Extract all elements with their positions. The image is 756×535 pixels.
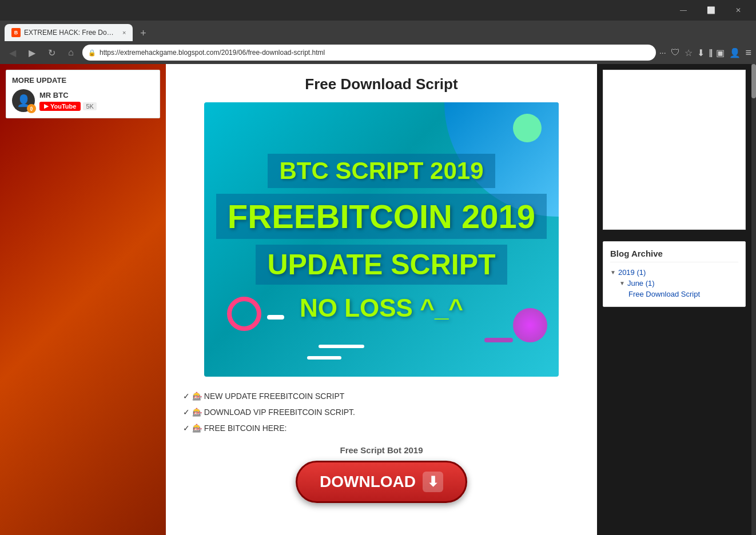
right-scrollbar[interactable] [751,64,756,535]
address-bar[interactable]: 🔒 https://extremehackgame.blogspot.com/2… [82,45,656,61]
lock-icon: 🔒 [88,49,96,57]
left-sidebar: MORE UPDATE 👤 ₿ MR BTC ▶ YouTube 5K [0,64,166,535]
youtube-play-icon: ▶ [44,103,49,109]
hero-text-freebitcoin: FREEBITCOIN 2019 [216,194,547,239]
minimize-button[interactable]: — [670,1,697,19]
home-button[interactable]: ⌂ [63,45,79,61]
address-text: https://extremehackgame.blogspot.com/201… [100,49,650,57]
window-controls: — ⬜ ✕ [670,1,751,19]
back-button[interactable]: ◀ [5,45,21,61]
new-tab-button[interactable]: + [135,25,151,41]
bullet-2: ✓ 🎰 DOWNLOAD VIP FREEBITCOIN SCRIPT. [183,404,580,420]
account-icon[interactable]: 👤 [729,47,741,58]
nav-right-icons: ··· 🛡 ☆ ⬇ ||| ▣ 👤 ≡ [659,47,751,59]
content-bullets: ✓ 🎰 NEW UPDATE FREEBITCOIN SCRIPT ✓ 🎰 DO… [183,388,580,436]
bullet-3: ✓ 🎰 FREE BITCOIN HERE: [183,420,580,436]
hero-text-noloss: NO LOSS ^_^ [288,290,475,326]
shield-button[interactable]: 🛡 [671,47,680,58]
author-name: MR BTC [39,91,97,99]
tab-bar: B EXTREME HACK: Free Downloa... × + [0,21,756,41]
hero-circle-decoration [513,114,542,142]
archive-year[interactable]: ▼ 2019 (1) [610,268,738,277]
hero-minus2-decoration [484,338,513,342]
download-arrow-icon: ⬇ [423,472,443,492]
author-avatar: 👤 ₿ [12,89,35,112]
close-button[interactable]: ✕ [725,1,751,19]
hero-circle2-decoration [513,308,547,342]
blog-archive-title: Blog Archive [610,249,738,262]
right-sidebar: Blog Archive ▼ 2019 (1) ▼ June (1) Free … [597,64,751,535]
hero-line2-decoration [319,345,364,348]
ad-box [603,70,746,230]
year-triangle-icon: ▼ [610,269,616,276]
blog-archive-box: Blog Archive ▼ 2019 (1) ▼ June (1) Free … [603,241,746,307]
hero-text-update: UPDATE SCRIPT [256,245,507,285]
bookmark-button[interactable]: ☆ [685,47,693,58]
browser-chrome: — ⬜ ✕ B EXTREME HACK: Free Downloa... × … [0,0,756,64]
page-layout: MORE UPDATE 👤 ₿ MR BTC ▶ YouTube 5K [0,64,756,535]
forward-button[interactable]: ▶ [24,45,40,61]
archive-month-label: June (1) [627,279,655,288]
archive-post[interactable]: Free Download Script [628,290,738,298]
author-info: MR BTC ▶ YouTube 5K [39,91,97,111]
hero-image: BTC SCRIPT 2019 FREEBITCOIN 2019 UPDATE … [204,102,559,377]
tab-favicon: B [11,28,21,37]
hero-line1-decoration [307,356,341,360]
title-bar: — ⬜ ✕ [0,0,756,21]
free-script-label: Free Script Bot 2019 [183,445,580,455]
refresh-button[interactable]: ↻ [43,45,59,61]
archive-month[interactable]: ▼ June (1) [619,279,738,288]
more-update-box: MORE UPDATE 👤 ₿ MR BTC ▶ YouTube 5K [6,70,160,118]
youtube-button[interactable]: ▶ YouTube [39,102,81,111]
download-icon[interactable]: ⬇ [697,47,705,58]
hero-text-btc: BTC SCRIPT 2019 [268,154,495,188]
youtube-label: YouTube [50,103,76,110]
hero-minus-decoration [267,315,284,320]
more-update-title: MORE UPDATE [12,76,154,85]
active-tab[interactable]: B EXTREME HACK: Free Downloa... × [5,24,133,41]
download-label: DOWNLOAD [320,473,416,491]
archive-year-label: 2019 (1) [618,268,646,277]
bitcoin-badge: ₿ [27,104,36,113]
download-button[interactable]: DOWNLOAD ⬇ [296,461,467,503]
tab-title: EXTREME HACK: Free Downloa... [24,29,116,37]
page-title: Free Download Script [183,75,580,93]
archive-post-label: Free Download Script [628,290,700,298]
main-content: Free Download Script BTC SCRIPT 2019 FRE… [166,64,597,535]
author-row: 👤 ₿ MR BTC ▶ YouTube 5K [12,89,154,112]
scrollbar-thumb[interactable] [751,64,756,98]
bookmarks-icon[interactable]: ||| [709,48,712,57]
menu-icon[interactable]: ≡ [745,47,751,59]
month-triangle-icon: ▼ [619,280,625,286]
more-button[interactable]: ··· [659,48,666,57]
maximize-button[interactable]: ⬜ [698,1,724,19]
youtube-btn-row: ▶ YouTube 5K [39,102,97,111]
hero-donut-decoration [227,297,261,331]
tabs-icon[interactable]: ▣ [716,47,725,58]
subscriber-count: 5K [83,102,96,110]
nav-bar: ◀ ▶ ↻ ⌂ 🔒 https://extremehackgame.blogsp… [0,41,756,64]
tab-close-button[interactable]: × [122,29,126,36]
bullet-1: ✓ 🎰 NEW UPDATE FREEBITCOIN SCRIPT [183,388,580,404]
